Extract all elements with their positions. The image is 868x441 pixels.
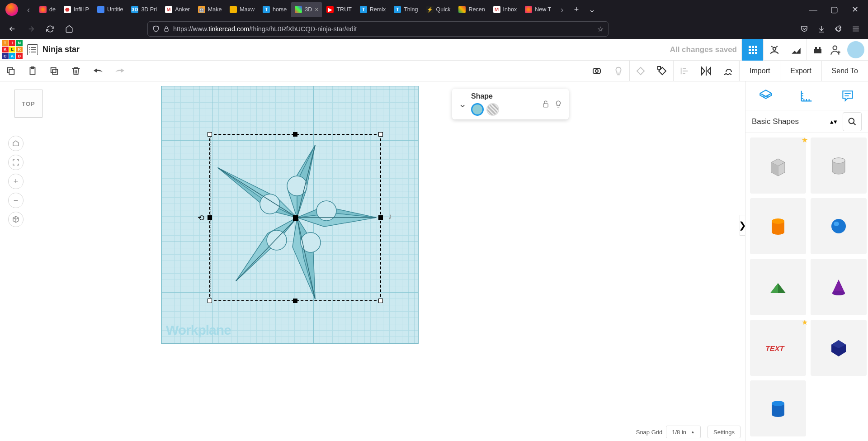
tab-label: Thing — [404, 6, 418, 13]
window-close[interactable]: ✕ — [847, 2, 863, 17]
tab-label: de — [49, 6, 56, 13]
design-name[interactable]: Ninja star — [42, 45, 80, 54]
close-icon[interactable]: × — [315, 6, 318, 13]
svg-rect-17 — [51, 67, 56, 72]
tab-4[interactable]: MAnker — [161, 2, 193, 17]
svg-rect-2 — [752, 46, 754, 48]
duplicate-button[interactable] — [43, 61, 65, 81]
send-to-button[interactable]: Send To — [821, 61, 868, 81]
tab-label: 3D Pri — [141, 6, 157, 13]
tab-10[interactable]: TRemix — [356, 2, 389, 17]
menu-button[interactable] — [848, 21, 863, 37]
svg-rect-21 — [658, 66, 660, 69]
tab-bar: ‹ de ⬣Infill P Untitle 3D3D Pri MAnker 🤖… — [0, 0, 868, 19]
svg-rect-19 — [593, 68, 600, 74]
downloads-button[interactable] — [814, 21, 829, 37]
tab-13[interactable]: Recen — [455, 2, 488, 17]
svg-rect-13 — [819, 47, 821, 49]
tab-1[interactable]: ⬣Infill P — [60, 2, 93, 17]
new-tab-button[interactable]: + — [569, 2, 584, 17]
tab-9[interactable]: ▶TRUT — [323, 2, 355, 17]
lock-icon — [163, 26, 170, 32]
tab-label: Make — [208, 6, 222, 13]
bookmark-star-icon[interactable]: ☆ — [597, 25, 604, 33]
undo-button[interactable] — [87, 61, 109, 81]
svg-rect-1 — [749, 46, 751, 48]
tab-5[interactable]: 🤖Make — [194, 2, 226, 17]
tab-11[interactable]: TThing — [390, 2, 421, 17]
svg-point-14 — [833, 46, 837, 50]
tabs-scroll-left[interactable]: ‹ — [22, 3, 35, 16]
tab-3[interactable]: 3D3D Pri — [127, 2, 160, 17]
tab-label: Infill P — [74, 6, 89, 13]
delete-button[interactable] — [65, 61, 87, 81]
tab-label: Inbox — [503, 6, 517, 13]
shield-icon — [152, 25, 160, 33]
tab-7[interactable]: Thorse — [259, 2, 290, 17]
toolbar: Import Export Send To — [0, 61, 868, 81]
svg-rect-18 — [52, 69, 57, 74]
svg-rect-15 — [9, 69, 14, 74]
firefox-icon[interactable] — [5, 3, 18, 16]
svg-rect-4 — [749, 49, 751, 51]
bulb-button[interactable] — [608, 61, 629, 81]
svg-point-20 — [595, 70, 598, 72]
svg-rect-5 — [752, 49, 754, 51]
svg-rect-12 — [815, 47, 817, 49]
save-status: All changes saved — [670, 45, 741, 54]
tab-6[interactable]: Maxw — [226, 2, 258, 17]
blocks-button[interactable] — [785, 39, 807, 61]
copy-button[interactable] — [0, 61, 22, 81]
mirror-button[interactable] — [695, 61, 717, 81]
tab-14[interactable]: MInbox — [490, 2, 521, 17]
tab-8[interactable]: 3D× — [291, 2, 322, 17]
forward-button[interactable] — [24, 21, 39, 37]
url-bar: https://www.tinkercad.com/things/hL0RfXb… — [0, 19, 868, 39]
tab-label: Remix — [370, 6, 386, 13]
back-button[interactable] — [5, 21, 20, 37]
tab-label: horse — [273, 6, 287, 13]
profile-avatar[interactable] — [847, 41, 864, 58]
window-minimize[interactable]: — — [806, 2, 821, 17]
import-button[interactable]: Import — [739, 61, 780, 81]
svg-rect-6 — [755, 49, 757, 51]
visibility-button[interactable] — [586, 61, 608, 81]
ungroup-button[interactable] — [651, 61, 673, 81]
tab-label: New T — [535, 6, 551, 13]
svg-rect-0 — [165, 28, 168, 31]
tab-label: Recen — [468, 6, 485, 13]
url-field[interactable]: https://www.tinkercad.com/things/hL0RfXb… — [147, 21, 609, 37]
tab-2[interactable]: Untitle — [94, 2, 127, 17]
tab-label: Anker — [175, 6, 190, 13]
svg-rect-3 — [755, 46, 757, 48]
tinkercad-logo[interactable]: TIN KER CAD — [2, 40, 23, 59]
reload-button[interactable] — [42, 21, 58, 37]
tabs-scroll-right[interactable]: › — [555, 3, 569, 16]
cruise-button[interactable] — [717, 61, 739, 81]
simlab-button[interactable] — [763, 39, 785, 61]
tab-label: Untitle — [107, 6, 123, 13]
window-maximize[interactable]: ▢ — [826, 2, 842, 17]
app-header: TIN KER CAD Ninja star All changes saved — [0, 39, 868, 61]
tab-label: TRUT — [336, 6, 351, 13]
svg-point-10 — [773, 47, 776, 50]
designs-list-icon[interactable] — [27, 44, 38, 55]
tab-15[interactable]: New T — [521, 2, 555, 17]
pocket-button[interactable] — [797, 21, 812, 37]
tab-label: 3D — [305, 6, 312, 13]
align-button[interactable] — [674, 61, 695, 81]
3d-view-button[interactable] — [741, 39, 763, 61]
tabs-dropdown[interactable]: ⌄ — [584, 2, 599, 17]
tab-label: Maxw — [240, 6, 255, 13]
extensions-button[interactable] — [831, 21, 846, 37]
tab-0[interactable]: de — [36, 2, 59, 17]
group-button[interactable] — [630, 61, 651, 81]
bricks-button[interactable] — [807, 39, 828, 61]
export-button[interactable]: Export — [780, 61, 821, 81]
svg-rect-7 — [749, 52, 751, 54]
invite-button[interactable] — [828, 42, 844, 57]
tab-12[interactable]: ⚡Quick — [423, 2, 454, 17]
redo-button[interactable] — [109, 61, 131, 81]
home-button[interactable] — [61, 21, 77, 37]
paste-button[interactable] — [22, 61, 43, 81]
